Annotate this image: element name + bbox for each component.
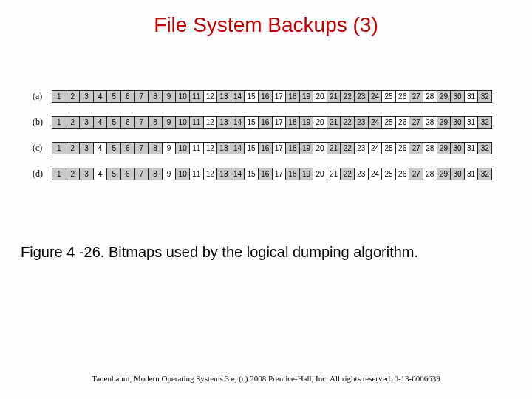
bitmap-cell: 4 bbox=[94, 168, 108, 180]
bitmap-cell: 2 bbox=[66, 90, 81, 103]
bitmap-cell: 15 bbox=[245, 90, 259, 103]
bitmap-cells: 1234567891011121314151617181920212223242… bbox=[52, 116, 492, 129]
bitmap-cell: 20 bbox=[313, 90, 327, 103]
bitmap-cell: 19 bbox=[300, 90, 314, 103]
bitmap-cell: 28 bbox=[423, 90, 437, 103]
bitmap-cell: 17 bbox=[273, 142, 287, 154]
bitmap-cell: 20 bbox=[313, 116, 327, 129]
bitmap-cell: 20 bbox=[313, 142, 327, 154]
bitmap-cell: 22 bbox=[341, 142, 355, 154]
bitmap-cell: 21 bbox=[327, 168, 341, 180]
bitmap-cell: 31 bbox=[465, 90, 479, 103]
bitmap-cell: 25 bbox=[382, 116, 396, 129]
bitmap-cell: 9 bbox=[163, 168, 177, 180]
bitmap-cell: 6 bbox=[121, 90, 135, 103]
bitmap-cell: 22 bbox=[341, 116, 355, 129]
bitmap-cell: 28 bbox=[423, 142, 437, 154]
footer-copyright: Tanenbaum, Modern Operating Systems 3 e,… bbox=[0, 374, 532, 383]
bitmap-cell: 30 bbox=[451, 142, 465, 154]
bitmap-cell: 4 bbox=[94, 90, 108, 103]
bitmap-cell: 6 bbox=[121, 168, 135, 180]
bitmap-cell: 4 bbox=[94, 116, 108, 129]
bitmap-row-b: (b) 123456789101112131415161718192021222… bbox=[33, 116, 499, 129]
bitmap-cell: 11 bbox=[190, 90, 204, 103]
bitmap-cell: 13 bbox=[217, 90, 231, 103]
bitmap-cell: 24 bbox=[369, 142, 383, 154]
bitmap-cell: 4 bbox=[94, 142, 108, 154]
bitmap-cell: 5 bbox=[107, 168, 121, 180]
bitmap-cell: 10 bbox=[176, 90, 190, 103]
bitmap-cell: 30 bbox=[451, 90, 465, 103]
bitmap-cells: 1234567891011121314151617181920212223242… bbox=[52, 90, 492, 103]
bitmap-cell: 27 bbox=[409, 116, 423, 129]
bitmap-cell: 18 bbox=[286, 168, 300, 180]
bitmap-cell: 20 bbox=[313, 168, 327, 180]
bitmap-cell: 1 bbox=[52, 116, 66, 129]
bitmap-cell: 25 bbox=[382, 168, 396, 180]
bitmap-cell: 6 bbox=[121, 142, 135, 154]
bitmap-cell: 12 bbox=[204, 116, 218, 129]
bitmap-cell: 29 bbox=[437, 142, 451, 154]
bitmap-cell: 24 bbox=[369, 90, 383, 103]
bitmap-cell: 8 bbox=[149, 168, 163, 180]
bitmap-cell: 10 bbox=[176, 142, 190, 154]
bitmap-cell: 13 bbox=[217, 142, 231, 154]
bitmap-cell: 3 bbox=[80, 90, 94, 103]
bitmap-cell: 23 bbox=[355, 142, 369, 154]
bitmap-cell: 7 bbox=[135, 168, 149, 180]
bitmap-cell: 23 bbox=[355, 116, 369, 129]
bitmap-cell: 24 bbox=[369, 116, 383, 129]
bitmap-cell: 15 bbox=[245, 168, 259, 180]
bitmap-cell: 17 bbox=[273, 90, 287, 103]
bitmap-cell: 5 bbox=[107, 116, 121, 129]
bitmap-cell: 8 bbox=[149, 116, 163, 129]
bitmap-cell: 22 bbox=[341, 90, 355, 103]
bitmap-cell: 3 bbox=[80, 116, 94, 129]
bitmap-cell: 9 bbox=[163, 116, 177, 129]
bitmap-cell: 14 bbox=[231, 116, 245, 129]
bitmap-cell: 32 bbox=[478, 90, 492, 103]
bitmap-cell: 28 bbox=[423, 116, 437, 129]
bitmap-cell: 24 bbox=[369, 168, 383, 180]
bitmap-cell: 26 bbox=[396, 168, 410, 180]
bitmap-cell: 18 bbox=[286, 90, 300, 103]
bitmap-cell: 5 bbox=[107, 90, 121, 103]
bitmap-cell: 10 bbox=[176, 116, 190, 129]
bitmap-cell: 9 bbox=[163, 90, 177, 103]
bitmap-cell: 14 bbox=[231, 142, 245, 154]
bitmap-cell: 25 bbox=[382, 142, 396, 154]
bitmap-cell: 7 bbox=[135, 142, 149, 154]
bitmap-cell: 30 bbox=[451, 168, 465, 180]
bitmap-cell: 17 bbox=[273, 168, 287, 180]
bitmap-cell: 2 bbox=[66, 116, 81, 129]
row-label: (c) bbox=[33, 143, 52, 154]
bitmap-cell: 14 bbox=[231, 90, 245, 103]
bitmap-cell: 25 bbox=[382, 90, 396, 103]
bitmap-cell: 21 bbox=[327, 116, 341, 129]
bitmap-cell: 16 bbox=[259, 90, 273, 103]
bitmap-cell: 23 bbox=[355, 90, 369, 103]
bitmap-cell: 2 bbox=[66, 142, 81, 154]
bitmap-row-c: (c) 123456789101112131415161718192021222… bbox=[33, 142, 499, 154]
bitmap-cells: 1234567891011121314151617181920212223242… bbox=[52, 168, 492, 180]
bitmap-cell: 1 bbox=[52, 142, 66, 154]
bitmap-cell: 13 bbox=[217, 168, 231, 180]
bitmap-cell: 18 bbox=[286, 142, 300, 154]
bitmap-cell: 13 bbox=[217, 116, 231, 129]
bitmap-cell: 12 bbox=[204, 142, 218, 154]
bitmap-cell: 16 bbox=[259, 168, 273, 180]
bitmap-cell: 12 bbox=[204, 90, 218, 103]
row-label: (a) bbox=[33, 91, 52, 102]
bitmap-cell: 21 bbox=[327, 142, 341, 154]
bitmap-cell: 19 bbox=[300, 142, 314, 154]
bitmap-cell: 15 bbox=[245, 116, 259, 129]
bitmap-figure: (a) 123456789101112131415161718192021222… bbox=[0, 90, 532, 180]
bitmap-cell: 32 bbox=[478, 116, 492, 129]
row-label: (b) bbox=[33, 117, 52, 128]
bitmap-cell: 10 bbox=[176, 168, 190, 180]
bitmap-cell: 1 bbox=[52, 90, 66, 103]
bitmap-cell: 7 bbox=[135, 116, 149, 129]
bitmap-cell: 21 bbox=[327, 90, 341, 103]
bitmap-cell: 31 bbox=[465, 142, 479, 154]
figure-caption: Figure 4 -26. Bitmaps used by the logica… bbox=[0, 244, 532, 261]
